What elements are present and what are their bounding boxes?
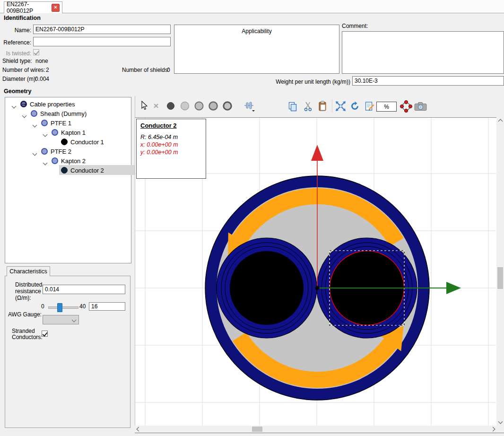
- expander-icon[interactable]: [43, 131, 47, 138]
- tab-characteristics[interactable]: Characteristics: [7, 266, 50, 276]
- conductor-navy-icon: [61, 167, 68, 174]
- pointer-icon: [140, 101, 148, 111]
- scroll-up-button[interactable]: [498, 119, 502, 123]
- chevron-down-icon: [72, 317, 77, 322]
- reference-input[interactable]: [33, 37, 171, 46]
- add-ring-medium-button[interactable]: [208, 100, 219, 112]
- tree-item-conductor-1[interactable]: Conductor 1: [10, 137, 136, 147]
- expander-icon[interactable]: [23, 112, 26, 119]
- y-axis-arrowhead: [311, 145, 323, 161]
- stranded-conductors-checkbox[interactable]: [42, 331, 48, 337]
- tree-item-ptfe-2[interactable]: PTFE 2: [10, 147, 136, 156]
- layer-circle-icon: [41, 148, 48, 155]
- name-label: Name:: [0, 27, 31, 34]
- add-insulation-button[interactable]: [179, 100, 191, 112]
- number-of-shields-value: 0: [167, 67, 170, 73]
- edit-properties-button[interactable]: [364, 100, 376, 113]
- tree-item-kapton-1[interactable]: Kapton 1: [10, 128, 136, 137]
- delete-tool-button[interactable]: ×: [151, 100, 161, 112]
- paste-icon: [318, 101, 327, 112]
- align-tool-button[interactable]: [243, 100, 255, 113]
- awg-slider-track[interactable]: [48, 306, 78, 309]
- copy-button[interactable]: [287, 100, 299, 113]
- x-axis-arrowhead: [446, 282, 461, 294]
- tree-item-kapton-2[interactable]: Kapton 2: [10, 156, 136, 166]
- info-radius: R: 6.45e-04 m: [140, 134, 202, 140]
- tree-item-label: Conductor 2: [70, 167, 104, 174]
- conductor-black-icon: [61, 139, 68, 145]
- selected-element-info-box: Conductor 2 R: 6.45e-04 m x: 0.00e+00 m …: [136, 119, 206, 179]
- delete-icon: ×: [153, 101, 158, 111]
- conductor-1-core[interactable]: [230, 251, 304, 325]
- tab-close-button[interactable]: ×: [52, 4, 60, 12]
- screenshot-button[interactable]: [413, 100, 427, 112]
- expander-icon[interactable]: [12, 103, 16, 109]
- cable-cross-section-icon: [20, 101, 27, 107]
- resistance-input[interactable]: [43, 285, 125, 294]
- tree-item-label: Cable properties: [30, 101, 75, 108]
- info-title: Conductor 2: [140, 122, 202, 129]
- is-twisted-label: Is twisted:: [0, 50, 31, 57]
- vertical-scrollbar-thumb[interactable]: [497, 267, 503, 289]
- expander-icon[interactable]: [33, 122, 36, 128]
- add-ring-thin-button[interactable]: [193, 100, 205, 112]
- awg-slider-handle[interactable]: [57, 303, 62, 312]
- expander-icon[interactable]: [43, 159, 47, 166]
- origin-marker: [315, 286, 320, 290]
- horizontal-scrollbar-thumb[interactable]: [252, 427, 262, 432]
- drawing-toolbar: × 25%: [135, 96, 504, 117]
- number-of-shields-label: Number of shields:: [122, 67, 169, 73]
- undo-icon: [350, 101, 360, 111]
- tab-title: EN2267-009B012P: [7, 1, 49, 14]
- weight-label: Weight per unit length (kg/m)): [237, 78, 350, 85]
- applicability-box: Applicability: [174, 25, 339, 74]
- name-input[interactable]: [33, 25, 171, 34]
- add-ring-thick-button[interactable]: [222, 100, 233, 112]
- awg-gauge-dropdown[interactable]: [43, 315, 79, 324]
- tab-bar: EN2267-009B012P ×: [0, 0, 504, 13]
- info-y: y: 0.00e+00 m: [140, 149, 202, 156]
- layer-circle-icon: [52, 157, 58, 164]
- tree-item-cable-properties[interactable]: Cable properties: [10, 99, 136, 109]
- tree-item-label: Kapton 1: [61, 129, 86, 136]
- strand-pattern-button[interactable]: [399, 99, 413, 113]
- expander-icon[interactable]: [33, 150, 36, 157]
- vertical-scrollbar[interactable]: [496, 117, 504, 426]
- paste-button[interactable]: [317, 99, 328, 113]
- tree-item-ptfe-1[interactable]: PTFE 1: [10, 118, 136, 128]
- stranded-label-line1: Stranded: [12, 328, 35, 334]
- shield-type-value: none: [35, 58, 48, 64]
- scroll-right-button[interactable]: [490, 427, 495, 431]
- add-conductor-button[interactable]: [165, 100, 176, 112]
- document-tab[interactable]: EN2267-009B012P ×: [4, 1, 62, 13]
- layer-circle-icon: [41, 120, 48, 126]
- number-of-wires-value: 2: [46, 67, 49, 73]
- geometry-tree: Cable properties Sheath (Dummy) PTFE 1 K…: [5, 97, 131, 263]
- identification-heading: Identification: [4, 15, 41, 21]
- resistance-label-line2: resistance: [15, 288, 41, 295]
- percent-input[interactable]: [376, 102, 397, 112]
- cable-editor-window: { "ui": { "close_glyph": "×", "delete_gl…: [0, 0, 504, 436]
- horizontal-scrollbar[interactable]: [135, 426, 496, 433]
- tree-item-label: PTFE 2: [51, 148, 71, 155]
- cut-button[interactable]: [303, 100, 313, 113]
- conductor-1-assembly[interactable]: [217, 238, 317, 338]
- scroll-down-button[interactable]: [498, 419, 502, 424]
- awg-value-input[interactable]: [89, 302, 125, 311]
- tree-item-conductor-2-selected[interactable]: Conductor 2: [10, 166, 136, 175]
- toolbar-separator: [332, 99, 332, 113]
- diameter-label: Diameter (m):: [2, 76, 37, 82]
- ring-circle-icon: [208, 101, 218, 111]
- tree-item-sheath[interactable]: Sheath (Dummy): [10, 109, 136, 118]
- scissors-icon: [304, 101, 313, 112]
- cable-cross-section[interactable]: [205, 145, 461, 400]
- pointer-tool-button[interactable]: [139, 100, 148, 112]
- align-icon: [243, 101, 255, 112]
- scroll-left-button[interactable]: [136, 427, 141, 431]
- tree-item-label: Kapton 2: [61, 157, 86, 165]
- comment-textarea[interactable]: [342, 31, 504, 74]
- weight-input[interactable]: [352, 76, 504, 86]
- undo-button[interactable]: [349, 100, 360, 112]
- fit-view-button[interactable]: [334, 100, 347, 112]
- edit-document-icon: [365, 101, 375, 112]
